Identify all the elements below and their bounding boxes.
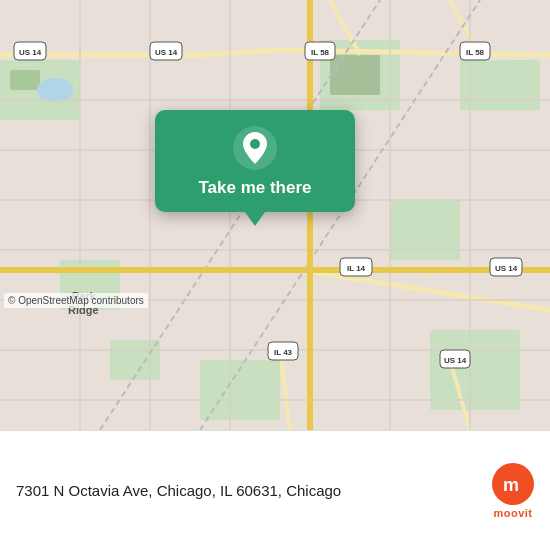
moovit-svg: m [500, 471, 526, 497]
svg-rect-10 [460, 60, 540, 110]
map-container: US 14 US 14 IL 58 IL 58 IL 14 US 14 IL 4… [0, 0, 550, 430]
address-text: 7301 N Octavia Ave, Chicago, IL 60631, C… [16, 480, 480, 501]
svg-text:IL 14: IL 14 [347, 264, 366, 273]
take-me-there-button[interactable]: Take me there [198, 178, 311, 198]
moovit-label: moovit [493, 507, 532, 519]
osm-credit: © OpenStreetMap contributors [4, 293, 148, 308]
svg-point-56 [250, 139, 260, 149]
svg-rect-5 [390, 200, 460, 260]
svg-rect-8 [110, 340, 160, 380]
moovit-icon: m [492, 463, 534, 505]
popup-card[interactable]: Take me there [155, 110, 355, 212]
svg-text:US 14: US 14 [19, 48, 42, 57]
bottom-bar: 7301 N Octavia Ave, Chicago, IL 60631, C… [0, 430, 550, 550]
svg-text:IL 58: IL 58 [311, 48, 330, 57]
map-svg: US 14 US 14 IL 58 IL 58 IL 14 US 14 IL 4… [0, 0, 550, 430]
svg-rect-2 [10, 70, 40, 90]
svg-rect-6 [430, 330, 520, 410]
svg-text:IL 43: IL 43 [274, 348, 293, 357]
svg-text:m: m [503, 475, 519, 495]
moovit-logo[interactable]: m moovit [492, 463, 534, 519]
svg-point-11 [37, 78, 73, 102]
svg-text:US 14: US 14 [155, 48, 178, 57]
svg-text:US 14: US 14 [444, 356, 467, 365]
location-pin-icon [233, 126, 277, 170]
svg-rect-4 [330, 55, 380, 95]
svg-text:US 14: US 14 [495, 264, 518, 273]
svg-text:IL 58: IL 58 [466, 48, 485, 57]
